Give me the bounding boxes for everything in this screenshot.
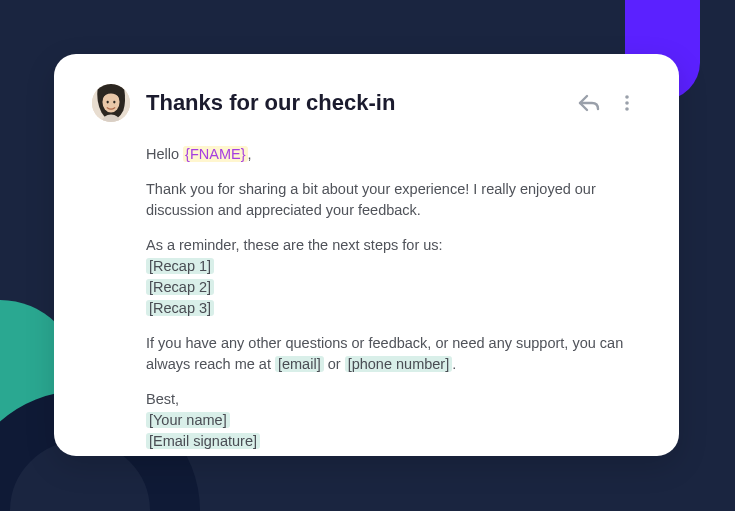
signature-placeholder: [Email signature] bbox=[146, 433, 260, 449]
email-subject: Thanks for our check-in bbox=[146, 90, 559, 116]
more-options-icon[interactable] bbox=[613, 89, 641, 117]
phone-placeholder: [phone number] bbox=[345, 356, 453, 372]
thanks-paragraph: Thank you for sharing a bit about your e… bbox=[146, 179, 641, 221]
greeting-suffix: , bbox=[248, 146, 252, 162]
recap-2-placeholder: [Recap 2] bbox=[146, 279, 214, 295]
recap-3-placeholder: [Recap 3] bbox=[146, 300, 214, 316]
signature-line: [Email signature] bbox=[146, 431, 641, 452]
svg-point-4 bbox=[625, 95, 629, 99]
reply-icon[interactable] bbox=[575, 89, 603, 117]
merge-tag-fname: {FNAME} bbox=[183, 146, 247, 162]
recap-line-3: [Recap 3] bbox=[146, 298, 641, 319]
email-template-card: Thanks for our check-in Hello {FNAME}, T… bbox=[54, 54, 679, 456]
recap-line-1: [Recap 1] bbox=[146, 256, 641, 277]
avatar bbox=[92, 84, 130, 122]
svg-point-5 bbox=[625, 101, 629, 105]
svg-point-6 bbox=[625, 107, 629, 111]
your-name-placeholder: [Your name] bbox=[146, 412, 230, 428]
email-body: Hello {FNAME}, Thank you for sharing a b… bbox=[146, 144, 641, 452]
header-actions bbox=[575, 89, 641, 117]
reminder-intro: As a reminder, these are the next steps … bbox=[146, 235, 641, 256]
your-name-line: [Your name] bbox=[146, 410, 641, 431]
support-after: . bbox=[452, 356, 456, 372]
email-placeholder: [email] bbox=[275, 356, 324, 372]
svg-point-2 bbox=[107, 101, 109, 104]
recap-line-2: [Recap 2] bbox=[146, 277, 641, 298]
recap-1-placeholder: [Recap 1] bbox=[146, 258, 214, 274]
signoff: Best, bbox=[146, 389, 641, 410]
greeting-line: Hello {FNAME}, bbox=[146, 144, 641, 165]
card-header: Thanks for our check-in bbox=[92, 84, 641, 122]
svg-point-3 bbox=[113, 101, 115, 104]
support-mid: or bbox=[324, 356, 345, 372]
support-paragraph: If you have any other questions or feedb… bbox=[146, 333, 641, 375]
greeting-prefix: Hello bbox=[146, 146, 183, 162]
